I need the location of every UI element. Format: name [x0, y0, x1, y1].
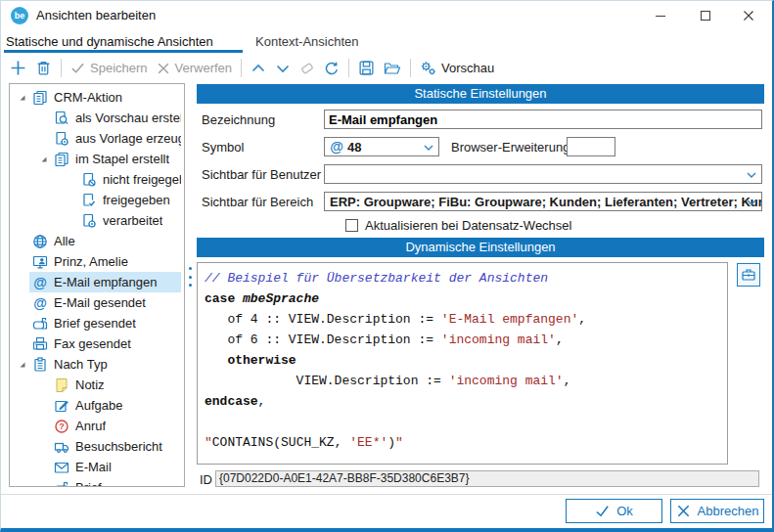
tree-item-label: Fax gesendet: [54, 336, 131, 351]
folder-icon: [384, 61, 401, 76]
tree-item-aufgabe[interactable]: Aufgabe: [10, 395, 184, 416]
tree-item-brief[interactable]: Brief: [10, 477, 184, 487]
collapse-triangle-icon[interactable]: [16, 360, 29, 370]
toolbar: Speichern Verwerfen Vorschau: [1, 55, 772, 81]
id-label: ID: [200, 472, 212, 487]
maximize-button[interactable]: [683, 1, 727, 30]
browser-erweiterung-label: Browser-Erweiterung: [451, 140, 569, 155]
tree-item-prinz-amelie[interactable]: Prinz, Amelie: [10, 251, 184, 272]
erase-button[interactable]: [299, 61, 315, 76]
mailbox-icon: [32, 316, 48, 332]
title-bar[interactable]: be Ansichten bearbeiten: [1, 1, 772, 30]
delete-button[interactable]: [35, 60, 52, 76]
sichtbar-bereich-dropdown[interactable]: ERP: Groupware; FiBu: Groupware; Kunden;…: [324, 192, 762, 211]
preview-button[interactable]: Vorschau: [420, 60, 494, 76]
tree-item-label: Brief gesendet: [54, 316, 136, 331]
tab-statische-und-dynamische-ansichten[interactable]: Statische und dynamische Ansichten: [6, 34, 213, 49]
code-keyword: otherwise: [205, 353, 296, 368]
save-file-button[interactable]: [358, 60, 375, 76]
chevron-down-icon: [275, 61, 291, 76]
selected-tree-item-highlight: @ E-Mail empfangen: [29, 272, 181, 292]
move-down-button[interactable]: [275, 61, 291, 76]
code-text: ,: [564, 374, 571, 388]
close-button[interactable]: [726, 1, 770, 30]
tree-item-fax-gesendet[interactable]: Fax gesendet: [10, 333, 184, 354]
documents-stack-icon: [32, 90, 48, 106]
app-logo-icon: be: [11, 7, 28, 24]
refresh-button[interactable]: [324, 61, 340, 76]
code-string: ": [205, 435, 212, 450]
aktualisieren-checkbox[interactable]: [345, 219, 358, 232]
document-blocked-icon: [81, 172, 97, 188]
minimize-button[interactable]: [638, 1, 682, 30]
tree-item-brief-gesendet[interactable]: Brief gesendet: [10, 313, 184, 333]
documents-stack-icon: [54, 152, 69, 167]
tree-item-alle[interactable]: Alle: [10, 231, 184, 251]
open-folder-button[interactable]: [384, 61, 401, 76]
tree-item-als-vorschau-erstellt[interactable]: als Vorschau erstellt: [10, 108, 184, 128]
collapse-triangle-icon[interactable]: [37, 155, 51, 164]
tree-item-freigegeben[interactable]: freigegeben: [10, 190, 184, 210]
id-value-field: {07D022D0-A0E1-42A7-BB8F-35D380C6E3B7}: [215, 470, 759, 487]
bezeichnung-input[interactable]: [325, 111, 761, 128]
tab-kontext-ansichten[interactable]: Kontext-Ansichten: [255, 34, 359, 49]
at-icon: @: [32, 275, 48, 290]
symbol-value: 48: [347, 140, 361, 155]
tree-item-besuchsbericht[interactable]: Besuchsbericht: [10, 436, 184, 457]
tree-item-label: Anruf: [75, 419, 106, 433]
collapse-triangle-icon[interactable]: [16, 93, 29, 103]
code-line: endcase,: [205, 391, 720, 412]
code-text: ,: [556, 332, 564, 347]
call-question-icon: ?: [54, 419, 69, 434]
discard-button[interactable]: Verwerfen: [157, 61, 233, 75]
code-string: ": [395, 435, 403, 450]
symbol-dropdown[interactable]: @ 48: [324, 137, 439, 156]
static-settings-header: Statische Einstellungen: [197, 84, 764, 104]
cancel-button[interactable]: Abbrechen: [670, 499, 764, 523]
tree-item-notiz[interactable]: Notiz: [10, 375, 184, 395]
user-workstation-icon: [32, 254, 48, 270]
bezeichnung-field[interactable]: [324, 110, 762, 129]
code-string: 'EE*': [349, 435, 387, 450]
save-button-label: Speichern: [90, 61, 148, 75]
tree-item-e-mail[interactable]: E-Mail: [10, 457, 184, 477]
code-tools-button[interactable]: [737, 263, 760, 287]
move-up-button[interactable]: [250, 61, 266, 76]
toolbar-separator: [348, 59, 349, 77]
tree-item-aus-vorlage-erzeugt[interactable]: aus Vorlage erzeugt: [10, 128, 184, 149]
panel-splitter[interactable]: [188, 267, 192, 287]
envelope-icon: [54, 460, 69, 475]
views-tree[interactable]: CRM-Aktion als Vorschau erstellt aus Vor…: [9, 83, 185, 487]
ok-button[interactable]: Ok: [566, 499, 662, 523]
code-text: ): [387, 435, 395, 450]
tree-item-e-mail-gesendet[interactable]: @ E-Mail gesendet: [10, 292, 184, 313]
tree-item-verarbeitet[interactable]: verarbeitet: [10, 210, 184, 231]
tree-item-nicht-freigegeben[interactable]: nicht freigegeben: [10, 169, 184, 190]
code-string: 'E-Mail empfangen': [441, 312, 578, 327]
code-line: VIEW.Description := 'incoming mail',: [205, 371, 720, 391]
sichtbar-benutzer-dropdown[interactable]: [324, 164, 762, 184]
tree-item-anruf[interactable]: ? Anruf: [10, 416, 184, 436]
active-tab-underline: [4, 50, 243, 53]
browser-erweiterung-input[interactable]: [568, 138, 615, 155]
sichtbar-bereich-label: Sichtbar für Bereich: [202, 195, 313, 209]
tree-item-label: Nach Typ: [54, 357, 108, 372]
code-text: CONTAINS(SUCH_KZ,: [212, 435, 349, 450]
tree-item-label: freigegeben: [103, 193, 170, 207]
tree-item-crm-aktion[interactable]: CRM-Aktion: [10, 87, 184, 108]
visit-report-truck-icon: [54, 439, 69, 455]
add-button[interactable]: [10, 60, 26, 76]
globe-icon: [32, 234, 48, 249]
plus-icon: [10, 60, 26, 76]
code-editor[interactable]: // Beispiel für Übersetzbarkeit der Ansi…: [197, 262, 728, 465]
browser-erweiterung-field[interactable]: [567, 137, 615, 156]
tree-item-im-stapel-erstellt[interactable]: im Stapel erstellt: [10, 149, 184, 169]
tree-item-e-mail-empfangen[interactable]: @ E-Mail empfangen: [10, 272, 184, 292]
mailbox-icon: [54, 480, 69, 488]
clipboard-icon: [32, 357, 48, 373]
eraser-icon: [299, 61, 315, 76]
briefcase-icon: [741, 267, 756, 283]
fax-icon: [32, 336, 48, 352]
save-button[interactable]: Speichern: [70, 61, 148, 75]
tree-item-nach-typ[interactable]: Nach Typ: [10, 354, 184, 375]
